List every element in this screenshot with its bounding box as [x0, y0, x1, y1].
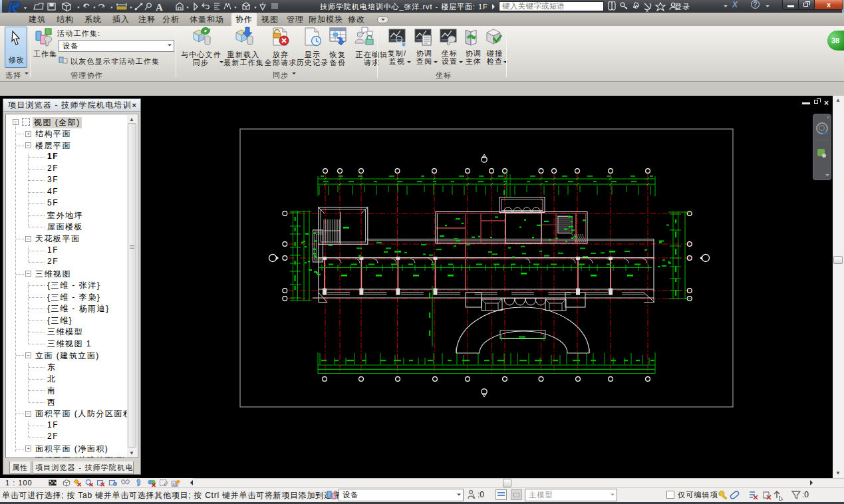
svg-text:A: A: [156, 2, 163, 12]
